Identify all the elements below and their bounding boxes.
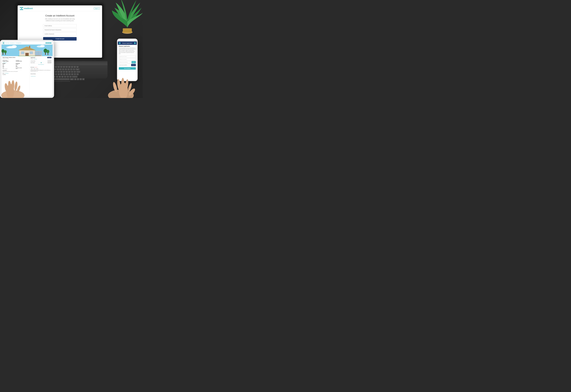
tls-dot-4: [2, 43, 3, 43]
deposit-label: Deposit: [16, 64, 28, 65]
logo-grid-icon: [20, 7, 23, 10]
applicant-1-amount: $12,345.00: [48, 61, 52, 61]
key-f12[interactable]: F12: [74, 66, 76, 68]
key-semicolon[interactable]: Ñ: [71, 73, 73, 75]
key-t[interactable]: T: [55, 71, 57, 73]
marketing-label: Marketing: [31, 67, 34, 68]
key-h[interactable]: H: [60, 73, 63, 75]
key-shift-r[interactable]: ⇧: [72, 76, 77, 78]
key-k[interactable]: K: [66, 73, 68, 75]
email-input[interactable]: [43, 24, 77, 27]
key-p[interactable]: P: [68, 71, 71, 73]
key-o[interactable]: O: [66, 71, 68, 73]
key-f5[interactable]: F5: [55, 66, 57, 68]
send-invitation-button[interactable]: Send Invitation: [119, 67, 136, 70]
key-minus[interactable]: -: [70, 69, 72, 71]
key-0[interactable]: 0: [68, 69, 70, 71]
trulia-logo: Trulia: [33, 68, 36, 69]
last-name-placeholder: Applicant Last Name: [120, 59, 127, 60]
invite-link-text: https://www.myintelliRe...: [120, 65, 128, 65]
tls-dot-6: [4, 43, 4, 43]
confirm-password-input[interactable]: [43, 32, 77, 36]
nav-listings[interactable]: My Listings: [5, 43, 9, 44]
phone-help-icon[interactable]: ?: [134, 42, 136, 44]
add-note-link[interactable]: + add new note: [31, 76, 36, 77]
key-bracket-r[interactable]: ]: [74, 71, 76, 73]
applicants-title: Applicants: [31, 57, 35, 58]
key-right[interactable]: ▶: [82, 78, 85, 80]
signup-header: intellirent Sign In: [18, 5, 102, 11]
key-bracket-l[interactable]: [: [71, 71, 73, 73]
deposit-value: $1,000.00: [16, 63, 28, 64]
email-placeholder: Applicant Email Address: [120, 62, 128, 63]
phone-back-icon[interactable]: ‹: [119, 42, 121, 44]
copy-link-button[interactable]: Copy Link: [131, 64, 136, 66]
nav-applicants[interactable]: My Applicants: [10, 43, 15, 44]
key-f8[interactable]: F8: [63, 66, 65, 68]
key-f[interactable]: F: [55, 73, 57, 75]
key-power[interactable]: ⏻: [76, 66, 79, 68]
applicant-2-status-icon: [41, 62, 42, 63]
key-comma[interactable]: ,: [64, 76, 66, 78]
tablet-frame: My Listings My Applicants Knowledge Base…: [0, 40, 54, 98]
key-enter[interactable]: ↩: [76, 71, 80, 73]
key-6[interactable]: 6: [57, 69, 59, 71]
svg-point-31: [46, 50, 49, 53]
key-f7[interactable]: F7: [60, 66, 62, 68]
marketing-toggle: Zillow Trulia HotPads: [31, 68, 52, 69]
signin-button[interactable]: Sign In: [94, 7, 100, 10]
key-j[interactable]: J: [63, 73, 65, 75]
key-8[interactable]: 8: [62, 69, 64, 71]
phone-title-bar: ‹ Request Application ?: [118, 42, 137, 45]
sort-value[interactable]: Relevance: [34, 59, 37, 59]
property-availability-val: Available Now: [16, 61, 28, 61]
password-input[interactable]: [43, 28, 77, 31]
key-alt-r[interactable]: option: [70, 78, 74, 80]
tls-dot-1: [2, 42, 3, 43]
utilities-detail: All utilities included Items: [16, 67, 28, 69]
key-up[interactable]: ▲: [77, 78, 79, 80]
key-slash[interactable]: /: [69, 76, 72, 78]
logo-dot-7: [20, 9, 21, 10]
applicant-email-field[interactable]: Applicant Email Address: [119, 61, 131, 63]
svg-point-21: [28, 54, 29, 55]
applicant-first-name-field[interactable]: Applicant First Name: [119, 55, 136, 58]
key-quote[interactable]: ´: [74, 73, 76, 75]
key-brace-r[interactable]: Ç: [76, 73, 79, 75]
key-u[interactable]: U: [60, 71, 62, 73]
applicant-last-name-field[interactable]: Applicant Last Name: [119, 58, 136, 60]
key-left[interactable]: ◀: [74, 78, 76, 80]
logo-text: intellirent: [24, 7, 33, 10]
key-n[interactable]: N: [58, 76, 61, 78]
key-5[interactable]: 5: [54, 69, 56, 71]
key-f9[interactable]: F9: [66, 66, 68, 68]
key-9[interactable]: 9: [65, 69, 67, 71]
nav-knowledge[interactable]: Knowledge Base: [15, 43, 21, 44]
key-f10[interactable]: F10: [68, 66, 71, 68]
marketing-status: Inactive: [35, 67, 37, 68]
edit-pets-link[interactable]: ✎ Edit Section: [4, 73, 9, 74]
key-b[interactable]: B: [56, 76, 58, 78]
key-f11[interactable]: F11: [71, 66, 73, 68]
tablet-logo-grid-icon: [2, 42, 4, 44]
view-all-applicants-link[interactable]: View all applicants: [31, 64, 52, 65]
baths-label: Baths: [16, 66, 28, 67]
signup-title: Create an Intellirent Account: [45, 15, 74, 17]
key-equals[interactable]: =: [73, 69, 75, 71]
invite-now-button[interactable]: Invite Now: [47, 57, 52, 58]
key-backspace[interactable]: ⌫: [76, 69, 79, 71]
key-f6[interactable]: F6: [57, 66, 60, 68]
key-y[interactable]: Y: [57, 71, 60, 73]
key-i[interactable]: I: [63, 71, 65, 73]
applicant-email-row: Applicant Email Address Email ▼: [119, 61, 136, 63]
phone-page-title: Request Application: [122, 43, 132, 44]
key-7[interactable]: 7: [59, 69, 62, 71]
key-period[interactable]: .: [67, 76, 69, 78]
key-down[interactable]: ▼: [80, 78, 82, 80]
logo-dot-2: [21, 7, 22, 8]
phone-screen: ●●●● ‹ Request Application ? Request App…: [118, 40, 137, 80]
email-dropdown-button[interactable]: Email ▼: [131, 61, 136, 63]
key-l[interactable]: L: [68, 73, 71, 75]
key-g[interactable]: G: [57, 73, 60, 75]
key-m[interactable]: M: [61, 76, 64, 78]
